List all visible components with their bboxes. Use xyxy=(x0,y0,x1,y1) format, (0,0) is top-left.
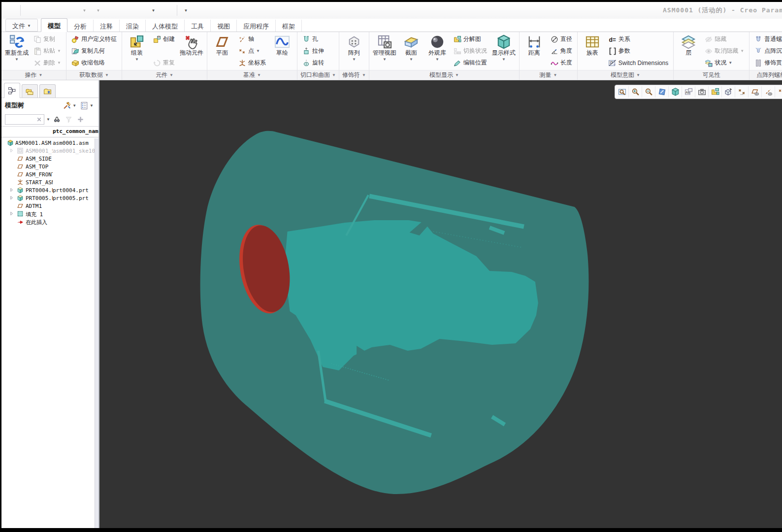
undo-button[interactable]: ▼ xyxy=(78,4,92,17)
udf-button[interactable]: 用户定义特征 xyxy=(69,33,119,45)
drag-component-button[interactable]: 拖动元件 xyxy=(179,33,204,69)
hole-button[interactable]: 孔 xyxy=(300,33,326,45)
erase-not-displayed-button[interactable] xyxy=(120,4,133,17)
group-label-operations[interactable]: 操作▼ xyxy=(1,70,66,80)
diameter-button[interactable]: 直径 xyxy=(548,33,575,45)
model-tree-tab[interactable] xyxy=(4,83,20,98)
customize-toolbar-button[interactable]: ▼ xyxy=(180,4,193,17)
saved-orientations-button[interactable] xyxy=(695,86,709,98)
save-status-button[interactable] xyxy=(65,4,78,17)
csink-hole-button[interactable]: 点阵沉头孔▼ xyxy=(752,45,782,57)
section-button[interactable]: 截面▼ xyxy=(399,33,424,69)
length-button[interactable]: 长度 xyxy=(548,57,575,68)
windows-button[interactable]: ▼ xyxy=(147,4,161,17)
tree-scrollbar[interactable] xyxy=(95,138,98,528)
zoom-refit-button[interactable] xyxy=(616,86,629,98)
group-label-measure[interactable]: 测量▼ xyxy=(520,70,577,80)
save-button[interactable] xyxy=(51,4,64,17)
edit-position-button[interactable]: 编辑位置 xyxy=(451,57,489,68)
group-label-cuts-and-surfaces[interactable]: 切口和曲面▼ xyxy=(297,70,339,80)
point-button[interactable]: 点▼ xyxy=(236,45,268,57)
copy-geometry-button[interactable]: 复制几何 xyxy=(69,45,119,57)
open-session-button[interactable] xyxy=(161,4,174,17)
group-label-get-data[interactable]: 获取数据▼ xyxy=(66,70,122,80)
tab-人体模型[interactable]: 人体模型 xyxy=(146,20,185,32)
group-label-datums[interactable]: 基准▼ xyxy=(207,70,297,80)
zoom-out-button[interactable] xyxy=(642,86,655,98)
view-orientation-button[interactable] xyxy=(722,86,735,98)
tab-注释[interactable]: 注释 xyxy=(94,20,120,32)
switch-state-button[interactable]: 切换状况 xyxy=(451,45,489,57)
delete-button[interactable]: 删除▼ xyxy=(31,57,64,68)
open-file-button[interactable] xyxy=(37,4,50,17)
tab-框架[interactable]: 框架 xyxy=(276,20,302,32)
expand-icon[interactable] xyxy=(9,187,15,193)
extrude-button[interactable]: 拉伸 xyxy=(300,45,326,57)
csys-button[interactable]: 坐标系 xyxy=(236,57,268,68)
embedded-window-button[interactable] xyxy=(133,4,147,17)
tapped-hole-button[interactable]: 普通螺纹孔▼ xyxy=(752,33,782,45)
folder-browser-tab[interactable] xyxy=(22,84,38,98)
tree-column-header[interactable]: ptc_common_name xyxy=(1,126,98,137)
relations-button[interactable]: d=关系 xyxy=(606,33,671,45)
regenerate-button[interactable]: 重新生成▼ xyxy=(4,33,30,69)
plane-display-toggle-button[interactable] xyxy=(749,86,762,98)
tree-item-ASM0001.ASM[interactable]: ASM0001.ASMasm0001.asm xyxy=(1,139,98,147)
sketch-button[interactable]: 草绘 xyxy=(270,33,294,69)
group-label-modifiers[interactable]: 修饰符▼ xyxy=(339,70,369,80)
group-label-pattern-tapped-holes[interactable]: 点阵列螺纹孔▼ xyxy=(749,70,782,80)
repaint-button[interactable] xyxy=(655,86,669,98)
tab-应用程序[interactable]: 应用程序 xyxy=(237,20,276,32)
family-table-button[interactable]: 族表 xyxy=(580,33,605,69)
tree-item-START_ASM[interactable]: START_ASM xyxy=(1,178,98,186)
pattern-button[interactable]: 阵列▼ xyxy=(342,33,366,69)
group-label-model-display[interactable]: 模型显示▼ xyxy=(369,70,519,80)
cosmetic-thru-button[interactable]: 修饰贯穿孔▼ xyxy=(752,57,782,68)
unhide-button[interactable]: 取消隐藏▼ xyxy=(702,45,747,57)
tree-item-ASM0001_SKEL[interactable]: ASM0001_SKELasm0001_ske1000 xyxy=(1,147,98,155)
manage-views-button[interactable]: 管理视图▼ xyxy=(372,33,397,69)
clear-search-button[interactable] xyxy=(36,116,42,123)
paste-button[interactable]: 粘贴▼ xyxy=(31,45,64,57)
tree-item-PRT0004.PRT[interactable]: PRT0004.PRTprt0004.prt xyxy=(1,186,98,194)
axis-display-toggle-button[interactable] xyxy=(762,86,775,98)
axis-button[interactable]: 轴 xyxy=(236,33,268,45)
tree-item-ASM_TOP[interactable]: ASM_TOP xyxy=(1,163,98,170)
create-button[interactable]: 创建 xyxy=(151,33,177,45)
tab-文件[interactable]: 文件▼ xyxy=(5,19,38,32)
group-label-components[interactable]: 元件▼ xyxy=(122,70,207,80)
tree-settings-button[interactable]: ▼ xyxy=(79,100,95,111)
tree-item-PRT0005.PRT[interactable]: PRT0005.PRTprt0005.prt xyxy=(1,194,98,202)
repeat-button[interactable]: 重复 xyxy=(151,57,177,68)
tree-item-ASM_SIDE[interactable]: ASM_SIDE xyxy=(1,155,98,163)
find-button[interactable] xyxy=(52,115,62,125)
favorites-tab[interactable] xyxy=(39,84,56,98)
assemble-button[interactable]: 组装▼ xyxy=(125,33,149,69)
expand-icon[interactable] xyxy=(9,195,15,201)
tab-视图[interactable]: 视图 xyxy=(211,20,237,32)
new-file-button[interactable] xyxy=(23,4,36,17)
zoom-in-button[interactable] xyxy=(629,86,642,98)
display-style-button[interactable]: 显示样式▼ xyxy=(491,33,517,69)
plane-button[interactable]: 平面 xyxy=(210,33,234,69)
tree-item-在此插入[interactable]: 在此插入 xyxy=(1,218,98,226)
angle-button[interactable]: 角度 xyxy=(548,45,575,57)
display-style-button[interactable] xyxy=(669,86,682,98)
filter-button[interactable] xyxy=(64,115,74,125)
exploded-view-button[interactable] xyxy=(709,86,722,98)
layers-button[interactable]: 层 xyxy=(676,33,701,69)
exploded-button[interactable]: 分解图 xyxy=(451,33,489,45)
tree-item-ASM_FRONT[interactable]: ASM_FRONT xyxy=(1,170,98,178)
csys-display-toggle-button[interactable] xyxy=(735,86,749,98)
shrinkwrap-button[interactable]: 收缩包络 xyxy=(69,57,119,68)
group-label-model-intent[interactable]: 模型意图▼ xyxy=(578,70,673,80)
appearance-button[interactable]: 外观库▼ xyxy=(425,33,450,69)
group-label-visibility[interactable]: 可见性 xyxy=(674,70,749,80)
tree-item-ADTM1[interactable]: ADTM1 xyxy=(1,202,98,210)
status-button[interactable]: 状况▼ xyxy=(702,57,747,68)
graphics-area[interactable]: AB xyxy=(99,80,782,528)
expand-icon[interactable] xyxy=(9,211,15,217)
expand-icon[interactable] xyxy=(9,148,15,154)
app-logo-button[interactable] xyxy=(4,4,18,17)
tab-模型[interactable]: 模型 xyxy=(41,18,67,32)
